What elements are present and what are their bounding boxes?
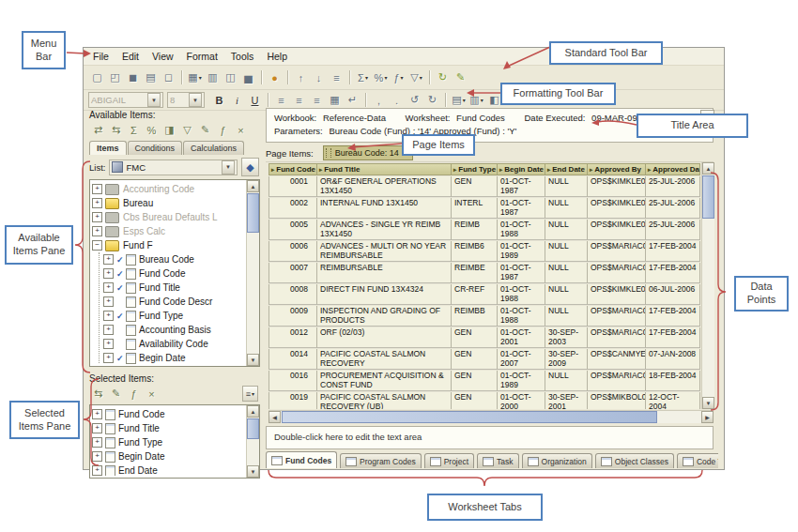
column-header-fund-code[interactable]: ▸Fund Code xyxy=(269,163,317,175)
table-cell[interactable]: OPS$MARIAC01 xyxy=(588,306,646,327)
align-left-button[interactable]: ≡ xyxy=(273,92,289,109)
tree-item-begin-date[interactable]: +Begin Date xyxy=(92,449,246,464)
table-cell[interactable]: 06-JUL-2006 xyxy=(646,284,700,305)
table-cell[interactable]: REIMBE xyxy=(452,263,498,283)
table-cell[interactable]: REIMB xyxy=(452,220,498,240)
sort-ascending-icon[interactable]: ↑ xyxy=(293,69,309,86)
table-horizontal-scrollbar[interactable]: ◀ ▶ xyxy=(269,410,714,423)
table-cell[interactable]: ADVANCES - SINGLE YR REIMB 13X1450 xyxy=(317,220,452,240)
font-name-select[interactable]: ABIGAIL ▼ xyxy=(88,92,163,108)
expand-icon[interactable]: + xyxy=(103,311,114,321)
table-cell[interactable]: 01-OCT-1987 xyxy=(498,176,545,197)
chevron-down-icon[interactable]: ▾ xyxy=(365,74,368,81)
average-icon[interactable]: ƒ▾ xyxy=(391,69,407,86)
decimal-button[interactable]: . xyxy=(389,92,405,109)
chevron-down-icon[interactable]: ▾ xyxy=(420,74,422,81)
table-cell[interactable]: 01-OCT-1988 xyxy=(498,220,545,240)
scroll-up-icon[interactable]: ▲ xyxy=(247,405,259,418)
worksheet-tab-program-codes[interactable]: Program Codes xyxy=(340,453,422,468)
table-cell[interactable]: PACIFIC COASTAL SALMON RECOVERY xyxy=(317,349,452,370)
delete-item-icon[interactable]: × xyxy=(144,386,160,403)
table-cell[interactable]: ADVANCES - MULTI OR NO YEAR REIMBURSABLE xyxy=(317,241,452,262)
tree-item-fund-code[interactable]: +Fund Code xyxy=(92,407,246,421)
scrollbar-thumb[interactable] xyxy=(702,175,714,219)
table-cell[interactable]: OPS$CANMYE01 xyxy=(588,349,646,370)
table-cell[interactable]: REIMBB xyxy=(452,306,498,327)
lifecycle-icon[interactable]: ● xyxy=(267,69,283,86)
chevron-down-icon[interactable]: ▼ xyxy=(189,93,202,107)
table-cell[interactable]: OPS$MARIAC01 xyxy=(588,327,646,348)
edit-item-icon[interactable]: ✎ xyxy=(197,122,213,139)
table-cell[interactable]: 01-OCT-2007 xyxy=(498,349,545,370)
expand-icon[interactable]: + xyxy=(103,254,114,265)
scrollbar-thumb[interactable] xyxy=(282,411,657,423)
table-cell[interactable]: GEN xyxy=(452,392,498,409)
table-cell[interactable]: 01-OCT-2000 xyxy=(498,392,545,409)
drill-icon[interactable]: ▥ xyxy=(205,69,221,86)
menu-view[interactable]: View xyxy=(146,49,180,64)
table-cell[interactable]: 0005 xyxy=(269,220,317,240)
table-cell[interactable]: PACIFIC COASTAL SALMON RECOVERY (UB) xyxy=(317,392,452,409)
table-cell[interactable]: GEN xyxy=(452,176,498,197)
expand-icon[interactable]: + xyxy=(103,296,114,307)
table-cell[interactable]: 12-OCT-2004 xyxy=(646,392,700,409)
expand-icon[interactable]: + xyxy=(92,437,102,448)
remove-item-icon[interactable]: ⇆ xyxy=(90,386,106,403)
tree-item-fund-title[interactable]: +✓Fund Title xyxy=(103,281,246,295)
decrease-decimal-button[interactable]: ↻ xyxy=(424,92,440,109)
open-workbook-icon[interactable]: ◰ xyxy=(107,69,123,86)
expand-icon[interactable]: − xyxy=(92,240,102,251)
expand-icon[interactable]: + xyxy=(92,184,102,194)
table-cell[interactable]: 17-FEB-2004 xyxy=(646,327,700,348)
expand-icon[interactable]: + xyxy=(103,339,114,349)
scroll-right-icon[interactable]: ▶ xyxy=(701,411,714,423)
print-icon[interactable]: ▤ xyxy=(143,69,159,86)
tab-calculations[interactable]: Calculations xyxy=(183,141,244,155)
table-vertical-scrollbar[interactable]: ▲ ▼ xyxy=(701,162,714,409)
comma-button[interactable]: , xyxy=(371,92,387,109)
table-cell[interactable]: NULL xyxy=(545,176,588,197)
worksheet-tab-organization[interactable]: Organization xyxy=(522,453,592,468)
table-cell[interactable]: 01-OCT-1989 xyxy=(498,371,545,391)
tree-item-availability-code[interactable]: +Availability Code xyxy=(103,337,246,351)
worksheet-tab-task[interactable]: Task xyxy=(477,453,518,468)
tree-item-fund-code[interactable]: +✓Fund Code xyxy=(103,266,246,281)
table-cell[interactable]: NULL xyxy=(545,263,588,283)
new-total-icon[interactable]: Σ xyxy=(126,122,142,139)
totals-icon[interactable]: Σ▾ xyxy=(355,69,371,86)
table-cell[interactable]: OPS$KIMKLE01 xyxy=(588,220,646,240)
table-cell[interactable]: 0006 xyxy=(269,241,317,262)
table-cell[interactable]: 01-OCT-1989 xyxy=(498,241,545,262)
percentage-icon[interactable]: %▾ xyxy=(373,69,389,86)
table-cell[interactable]: 0009 xyxy=(269,306,317,327)
save-workbook-icon[interactable]: ◼ xyxy=(125,69,141,86)
menu-help[interactable]: Help xyxy=(260,49,294,64)
worksheet-tab-code-types[interactable]: Code Types xyxy=(677,453,718,468)
table-cell[interactable]: OR&F GENERAL OPERATIONS 13X1450 xyxy=(317,176,452,197)
count-icon[interactable]: ▽▾ xyxy=(408,69,424,86)
tab-conditions[interactable]: Conditions xyxy=(128,141,183,155)
table-cell[interactable]: 17-FEB-2004 xyxy=(646,241,700,262)
tree-item-esps-calc[interactable]: +Esps Calc xyxy=(92,224,246,238)
tab-items[interactable]: Items xyxy=(89,141,127,155)
scroll-down-icon[interactable]: ▼ xyxy=(702,397,714,409)
delete-item-icon[interactable]: × xyxy=(233,122,249,139)
page-item-bureau-code[interactable]: Bureau Code: 14 ▼ xyxy=(323,145,413,160)
table-cell[interactable]: 25-JUL-2006 xyxy=(646,198,700,219)
table-cell[interactable]: 0016 xyxy=(269,371,317,391)
tree-item-accounting-code[interactable]: +Accounting Code xyxy=(92,182,246,196)
table-cell[interactable]: OPS$KIMKLE01 xyxy=(588,284,646,305)
expand-icon[interactable]: + xyxy=(92,409,102,419)
expand-icon[interactable]: + xyxy=(103,353,114,363)
table-cell[interactable]: OPS$MARIAC01 xyxy=(588,263,646,283)
view-options-button[interactable]: ≡▾ xyxy=(242,386,258,402)
expand-icon[interactable]: + xyxy=(92,226,102,236)
table-cell[interactable]: 17-FEB-2004 xyxy=(646,263,700,283)
table-cell[interactable]: 30-SEP-2003 xyxy=(545,327,588,348)
expand-icon[interactable]: + xyxy=(92,212,102,222)
align-right-button[interactable]: ≡ xyxy=(309,92,325,109)
group-sort-icon[interactable]: ≡ xyxy=(329,69,345,86)
wrap-text-button[interactable]: ↵ xyxy=(345,92,361,109)
font-size-select[interactable]: 8 ▼ xyxy=(167,92,205,108)
format-headings-button[interactable]: ▥▾ xyxy=(468,92,484,109)
